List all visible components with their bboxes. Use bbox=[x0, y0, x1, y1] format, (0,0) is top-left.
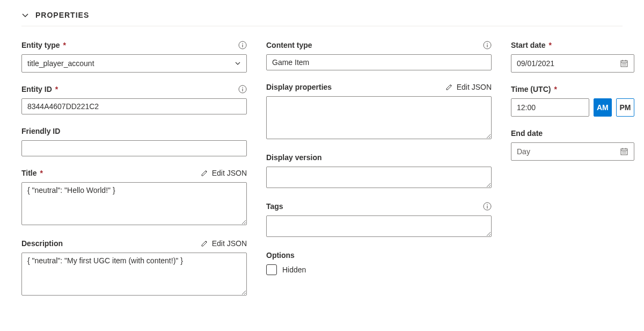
start-date-value: 09/01/2021 bbox=[517, 59, 554, 68]
hidden-checkbox[interactable] bbox=[266, 264, 277, 275]
hidden-label: Hidden bbox=[282, 265, 306, 274]
edit-json-button[interactable]: Edit JSON bbox=[445, 83, 492, 91]
svg-point-10 bbox=[487, 204, 488, 205]
svg-rect-8 bbox=[487, 45, 487, 47]
chevron-down-icon bbox=[235, 60, 241, 67]
entity-type-value: title_player_account bbox=[27, 59, 94, 68]
start-date-label: Start date* bbox=[511, 41, 552, 49]
start-date-input[interactable]: 09/01/2021 bbox=[511, 54, 634, 73]
display-version-textarea[interactable] bbox=[266, 167, 492, 188]
svg-rect-11 bbox=[487, 206, 487, 208]
properties-section-header: PROPERTIES bbox=[21, 11, 623, 26]
tags-textarea[interactable] bbox=[266, 215, 492, 237]
friendly-id-label: Friendly ID bbox=[21, 127, 60, 135]
display-version-label: Display version bbox=[266, 153, 322, 162]
title-textarea[interactable] bbox=[21, 182, 247, 225]
info-icon[interactable] bbox=[483, 202, 492, 211]
svg-point-7 bbox=[487, 43, 488, 44]
display-properties-label: Display properties bbox=[266, 83, 332, 91]
svg-rect-5 bbox=[242, 89, 243, 91]
description-textarea[interactable] bbox=[21, 253, 247, 296]
calendar-icon bbox=[620, 59, 628, 68]
entity-id-input[interactable] bbox=[21, 98, 247, 114]
end-date-placeholder: Day bbox=[517, 147, 530, 156]
display-properties-textarea[interactable] bbox=[266, 96, 492, 139]
svg-point-4 bbox=[242, 87, 243, 88]
title-label: Title* bbox=[21, 169, 43, 177]
pencil-icon bbox=[200, 239, 209, 248]
entity-type-select[interactable]: title_player_account bbox=[21, 54, 247, 73]
pm-toggle[interactable]: PM bbox=[616, 98, 634, 117]
end-date-label: End date bbox=[511, 129, 543, 138]
time-input[interactable] bbox=[511, 98, 589, 117]
entity-id-label: Entity ID* bbox=[21, 85, 58, 93]
svg-point-1 bbox=[242, 43, 243, 44]
section-title: PROPERTIES bbox=[35, 11, 89, 19]
info-icon[interactable] bbox=[238, 85, 247, 93]
content-type-input[interactable] bbox=[266, 54, 492, 70]
am-toggle[interactable]: AM bbox=[594, 98, 612, 117]
collapse-chevron-icon[interactable] bbox=[21, 11, 29, 19]
calendar-icon bbox=[620, 147, 628, 156]
pencil-icon bbox=[200, 169, 209, 177]
description-label: Description bbox=[21, 239, 63, 248]
edit-json-button[interactable]: Edit JSON bbox=[200, 239, 247, 248]
edit-json-button[interactable]: Edit JSON bbox=[200, 169, 247, 177]
pencil-icon bbox=[445, 83, 453, 91]
content-type-label: Content type bbox=[266, 41, 312, 49]
info-icon[interactable] bbox=[238, 41, 247, 49]
friendly-id-input[interactable] bbox=[21, 140, 247, 156]
info-icon[interactable] bbox=[483, 41, 492, 49]
options-label: Options bbox=[266, 251, 295, 260]
end-date-input[interactable]: Day bbox=[511, 142, 634, 161]
time-utc-label: Time (UTC)* bbox=[511, 85, 557, 93]
entity-type-label: Entity type* bbox=[21, 41, 66, 49]
svg-rect-2 bbox=[242, 45, 243, 47]
tags-label: Tags bbox=[266, 202, 283, 211]
